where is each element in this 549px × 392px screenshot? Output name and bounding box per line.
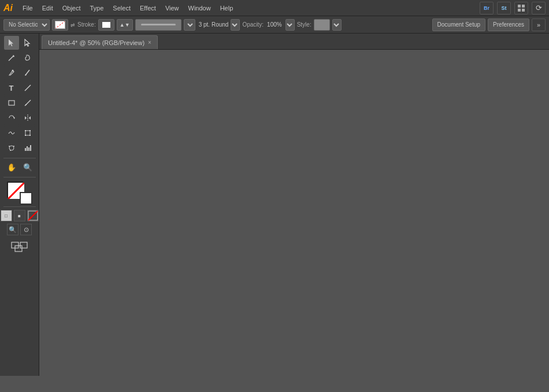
tab-bar: Untitled-4* @ 50% (RGB/Preview) × — [39, 34, 549, 50]
stroke-arrows[interactable]: ▲▼ — [117, 19, 133, 31]
bridge-icon[interactable]: Br — [480, 2, 494, 14]
svg-rect-3 — [522, 9, 525, 12]
stock-icon[interactable]: St — [497, 2, 511, 14]
menu-help[interactable]: Help — [216, 3, 238, 13]
opacity-dropdown[interactable]: ▼ — [285, 19, 295, 31]
svg-rect-38 — [20, 242, 27, 248]
shaper-tool[interactable] — [20, 96, 35, 110]
symbol-sprayer-tool[interactable] — [4, 141, 19, 155]
stroke-color-box[interactable] — [98, 19, 114, 31]
zoom-in-icon[interactable]: 🔍 — [7, 224, 18, 235]
svg-rect-30 — [28, 147, 29, 151]
color-boxes — [7, 182, 32, 205]
svg-line-6 — [9, 56, 13, 61]
stroke-style-preview — [135, 19, 181, 31]
menu-bar: Ai File Edit Object Type Select Effect V… — [0, 0, 549, 16]
canvas-area: Untitled-4* @ 50% (RGB/Preview) × — [39, 34, 549, 376]
svg-point-24 — [9, 146, 14, 150]
tool-divider-1 — [3, 158, 36, 158]
sync-icon[interactable]: ⟳ — [532, 2, 546, 14]
hand-tool[interactable]: ✋ — [4, 160, 19, 174]
tab-title: Untitled-4* @ 50% (RGB/Preview) — [48, 39, 144, 46]
menu-select[interactable]: Select — [109, 3, 135, 13]
svg-point-27 — [10, 150, 11, 151]
column-graph-tool[interactable] — [20, 141, 35, 155]
menu-view[interactable]: View — [161, 3, 183, 13]
svg-rect-28 — [25, 148, 26, 151]
opacity-value: 100% — [267, 21, 282, 28]
tool-row-symbol — [4, 141, 35, 155]
type-tool[interactable]: T — [4, 81, 19, 95]
expand-icon[interactable]: » — [532, 19, 546, 31]
style-dropdown[interactable]: ▼ — [332, 19, 342, 31]
svg-line-9 — [25, 70, 29, 75]
svg-point-14 — [25, 104, 27, 105]
document-tab[interactable]: Untitled-4* @ 50% (RGB/Preview) × — [42, 35, 158, 49]
artboards-icon[interactable] — [9, 240, 30, 257]
svg-marker-15 — [14, 117, 15, 119]
opacity-label: Opacity: — [242, 21, 264, 28]
tab-close-button[interactable]: × — [148, 39, 151, 46]
line-tool[interactable] — [20, 81, 35, 95]
svg-point-25 — [9, 146, 10, 147]
free-transform-tool[interactable] — [20, 126, 35, 140]
stroke-size-dropdown[interactable]: ▼ — [231, 19, 240, 31]
lasso-tool[interactable] — [20, 51, 35, 65]
stroke-style-dropdown[interactable]: ▼ — [184, 19, 195, 31]
fg-bg-colors — [7, 182, 32, 205]
stroke-label: Stroke: — [77, 21, 96, 28]
svg-rect-1 — [522, 5, 525, 8]
warp-tool[interactable] — [4, 126, 19, 140]
fill-color-box[interactable] — [52, 19, 68, 31]
tool-row-shape — [4, 96, 35, 110]
zoom-tool[interactable]: 🔍 — [20, 160, 35, 174]
tool-row-type: T — [4, 81, 35, 95]
pencil-tool[interactable] — [20, 66, 35, 80]
svg-point-8 — [12, 70, 13, 72]
rotate-tool[interactable] — [4, 111, 19, 125]
external-app-icons: Br St ⟳ — [480, 2, 546, 14]
tool-row-pencil — [4, 66, 35, 80]
magic-wand-tool[interactable] — [4, 51, 19, 65]
tool-row-pen — [4, 51, 35, 65]
selection-tool[interactable] — [4, 36, 19, 50]
reflect-tool[interactable] — [20, 111, 35, 125]
menu-edit[interactable]: Edit — [38, 3, 57, 13]
tool-row-rotate — [4, 111, 35, 125]
tool-divider-2 — [3, 177, 36, 177]
svg-rect-19 — [25, 131, 30, 135]
menu-window[interactable]: Window — [184, 3, 215, 13]
grid-icon[interactable] — [514, 2, 528, 14]
left-toolbar: T — [0, 34, 39, 376]
rectangle-tool[interactable] — [4, 96, 19, 110]
background-color[interactable] — [20, 192, 32, 205]
menu-effect[interactable]: Effect — [136, 3, 160, 13]
direct-selection-tool[interactable] — [20, 36, 35, 50]
svg-rect-0 — [518, 5, 521, 8]
selection-dropdown[interactable]: No Selection — [3, 19, 50, 31]
stroke-size-display: 3 pt. Round — [199, 21, 229, 28]
stroke-arrow: ⇌ — [71, 22, 75, 28]
svg-rect-22 — [25, 135, 26, 136]
svg-line-35 — [28, 211, 38, 220]
tool-divider-3 — [3, 206, 36, 207]
svg-rect-23 — [29, 135, 31, 136]
menu-object[interactable]: Object — [58, 3, 85, 13]
document-area: T — [0, 34, 549, 376]
zoom-out-icon[interactable]: ⊙ — [20, 224, 32, 235]
menu-file[interactable]: File — [18, 3, 37, 13]
special-mode-icon[interactable] — [27, 210, 39, 221]
pen-tool[interactable] — [4, 66, 19, 80]
document-setup-button[interactable]: Document Setup — [432, 19, 486, 31]
preferences-button[interactable]: Preferences — [488, 19, 529, 31]
svg-rect-20 — [25, 130, 26, 131]
tool-row-select — [4, 36, 35, 50]
menu-type[interactable]: Type — [86, 3, 108, 13]
normal-mode-icon[interactable]: □ — [1, 210, 12, 221]
mode-icons: □ ■ — [1, 210, 39, 221]
drawing-mode-icon[interactable]: ■ — [14, 210, 25, 221]
style-preview-box — [314, 19, 330, 31]
svg-marker-18 — [29, 116, 31, 120]
app-logo: Ai — [3, 3, 13, 13]
options-toolbar: No Selection ⇌ Stroke: ▲▼ ▼ 3 pt. Round … — [0, 16, 549, 34]
